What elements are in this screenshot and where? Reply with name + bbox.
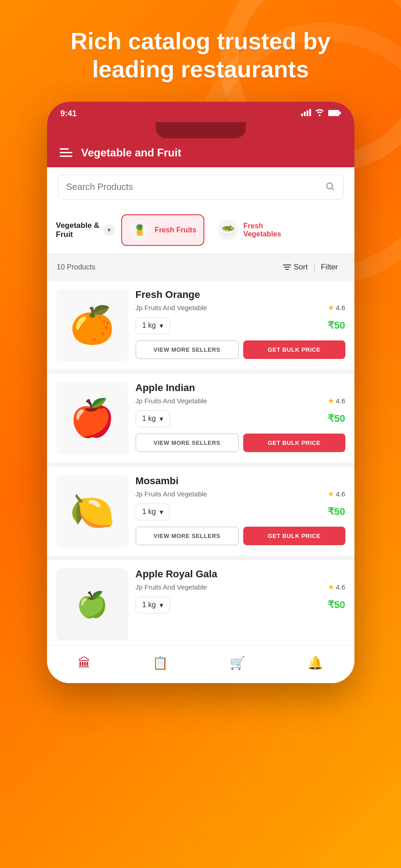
filter-label: Filter <box>321 263 338 272</box>
quantity-price-row-4: 1 kg ▾ ₹50 <box>136 597 345 613</box>
price-3: ₹50 <box>328 506 345 518</box>
seller-row-1: Jp Fruits And Vegetable ★ 4.6 <box>136 303 345 312</box>
products-count: 10 Products <box>57 263 95 271</box>
bulk-price-button-3[interactable]: GET BULK PRICE <box>243 527 345 545</box>
svg-rect-2 <box>307 110 308 116</box>
product-card-1: 🍊 Fresh Orange Jp Fruits And Vegetable ★… <box>47 281 354 369</box>
svg-rect-0 <box>301 113 303 116</box>
quantity-chevron-2: ▾ <box>160 415 163 423</box>
hero-title: Rich catalog trusted by leading restaura… <box>0 0 401 102</box>
status-icons <box>301 109 341 118</box>
product-actions-2: VIEW MORE SELLERS GET BULK PRICE <box>136 434 345 452</box>
bulk-price-button-2[interactable]: GET BULK PRICE <box>243 434 345 452</box>
svg-rect-4 <box>328 110 339 116</box>
quantity-price-row-1: 1 kg ▾ ₹50 <box>136 317 345 334</box>
rating-4: ★ 4.6 <box>328 583 345 591</box>
star-icon-2: ★ <box>328 396 334 405</box>
category-selected-label: Vegetable &Fruit <box>56 221 99 239</box>
seller-name-4: Jp Fruits And Vegetable <box>136 583 207 591</box>
product-actions-3: VIEW MORE SELLERS GET BULK PRICE <box>136 527 345 545</box>
status-bar: 9:41 <box>47 102 354 122</box>
svg-rect-1 <box>304 112 306 116</box>
quantity-value-2: 1 kg <box>142 415 156 423</box>
product-image-1: 🍊 <box>56 289 128 361</box>
star-icon-3: ★ <box>328 490 334 498</box>
product-info-1: Fresh Orange Jp Fruits And Vegetable ★ 4… <box>136 289 345 359</box>
sort-label: Sort <box>294 263 308 272</box>
seller-name-2: Jp Fruits And Vegetable <box>136 397 207 405</box>
rating-1: ★ 4.6 <box>328 303 345 312</box>
bulk-price-button-1[interactable]: GET BULK PRICE <box>243 340 345 359</box>
search-bar-container <box>47 167 354 207</box>
products-header: 10 Products Sort Filter <box>47 254 354 281</box>
product-image-4: 🍏 <box>56 568 128 641</box>
price-1: ₹50 <box>328 320 345 331</box>
product-name-2: Apple Indian <box>136 382 345 394</box>
seller-row-4: Jp Fruits And Vegetable ★ 4.6 <box>136 583 345 591</box>
rating-3: ★ 4.6 <box>328 490 345 498</box>
sort-filter-controls: Sort Filter <box>277 260 344 274</box>
app-header: Vegetable and Fruit <box>47 138 354 167</box>
nav-notifications[interactable]: 🔔 <box>298 654 332 672</box>
product-name-3: Mosambi <box>136 475 345 487</box>
product-card-2: 🍎 Apple Indian Jp Fruits And Vegetable ★… <box>47 374 354 462</box>
quantity-select-4[interactable]: 1 kg ▾ <box>136 597 170 613</box>
rating-2: ★ 4.6 <box>328 396 345 405</box>
category-section: Vegetable &Fruit ▾ 🍍 Fresh Fruits 🥗 Fres… <box>47 207 354 254</box>
fresh-vegetables-label: FreshVegetables <box>243 222 281 238</box>
price-2: ₹50 <box>328 413 345 425</box>
quantity-value-1: 1 kg <box>142 321 156 330</box>
product-name-4: Apple Royal Gala <box>136 568 345 580</box>
quantity-chevron-3: ▾ <box>160 508 163 516</box>
view-sellers-button-2[interactable]: VIEW MORE SELLERS <box>136 434 239 452</box>
rating-value-1: 4.6 <box>336 304 345 311</box>
notifications-icon: 🔔 <box>307 656 323 670</box>
signal-icon <box>301 109 311 118</box>
svg-line-7 <box>332 188 334 190</box>
quantity-select-3[interactable]: 1 kg ▾ <box>136 504 170 520</box>
view-sellers-button-3[interactable]: VIEW MORE SELLERS <box>136 527 239 545</box>
product-image-2: 🍎 <box>56 382 128 454</box>
phone-mockup: 9:41 <box>47 102 354 683</box>
search-input[interactable] <box>66 182 320 192</box>
product-image-3: 🍋 <box>56 475 128 547</box>
star-icon-1: ★ <box>328 303 334 312</box>
seller-name-1: Jp Fruits And Vegetable <box>136 304 207 311</box>
view-sellers-button-1[interactable]: VIEW MORE SELLERS <box>136 340 239 359</box>
fresh-fruits-label: Fresh Fruits <box>155 226 196 234</box>
product-name-1: Fresh Orange <box>136 289 345 301</box>
filter-button[interactable]: Filter <box>315 260 344 274</box>
seller-row-2: Jp Fruits And Vegetable ★ 4.6 <box>136 396 345 405</box>
chevron-down-icon: ▾ <box>103 224 115 236</box>
category-tab-fresh-fruits[interactable]: 🍍 Fresh Fruits <box>121 214 204 246</box>
quantity-select-1[interactable]: 1 kg ▾ <box>136 317 170 334</box>
phone-notch <box>156 122 246 138</box>
quantity-chevron-4: ▾ <box>160 601 163 609</box>
rating-value-4: 4.6 <box>336 583 345 591</box>
quantity-price-row-3: 1 kg ▾ ₹50 <box>136 504 345 520</box>
svg-rect-3 <box>309 109 311 116</box>
product-info-4: Apple Royal Gala Jp Fruits And Vegetable… <box>136 568 345 620</box>
quantity-value-3: 1 kg <box>142 508 156 516</box>
rating-value-2: 4.6 <box>336 397 345 405</box>
nav-orders[interactable]: 📋 <box>143 654 177 672</box>
quantity-value-4: 1 kg <box>142 601 156 609</box>
quantity-select-2[interactable]: 1 kg ▾ <box>136 410 170 427</box>
cart-icon: 🛒 <box>230 656 245 670</box>
menu-button[interactable] <box>60 148 72 157</box>
battery-icon <box>328 109 341 118</box>
rating-value-3: 4.6 <box>336 490 345 498</box>
search-icon <box>325 181 335 193</box>
category-tab-fresh-vegetables[interactable]: 🥗 FreshVegetables <box>211 215 288 245</box>
seller-name-3: Jp Fruits And Vegetable <box>136 490 207 498</box>
search-wrapper[interactable] <box>58 175 344 200</box>
nav-home[interactable]: 🏛 <box>69 654 99 672</box>
sort-button[interactable]: Sort <box>277 260 314 274</box>
product-card-4: 🍏 Apple Royal Gala Jp Fruits And Vegetab… <box>47 560 354 645</box>
star-icon-4: ★ <box>328 583 334 591</box>
phone-top: 9:41 <box>47 102 354 167</box>
product-actions-1: VIEW MORE SELLERS GET BULK PRICE <box>136 340 345 359</box>
category-dropdown[interactable]: Vegetable &Fruit ▾ <box>56 221 115 239</box>
nav-cart[interactable]: 🛒 <box>221 654 255 672</box>
price-4: ₹50 <box>328 599 345 611</box>
